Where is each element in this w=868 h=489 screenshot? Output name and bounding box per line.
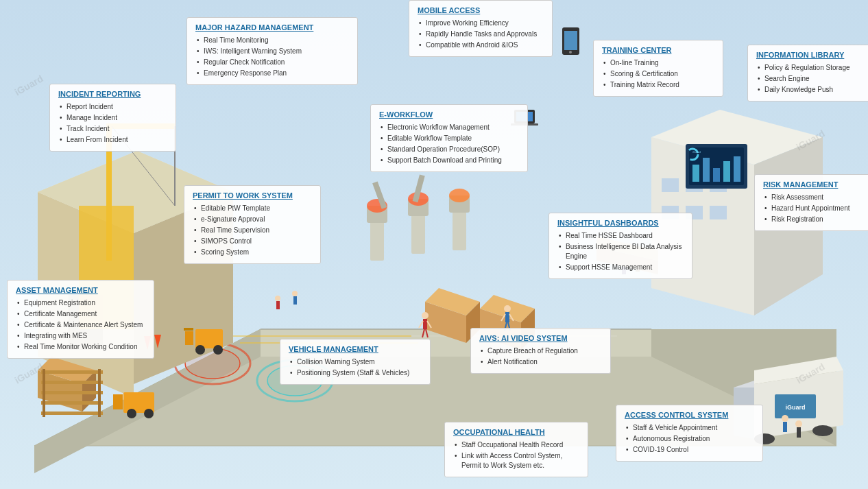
svg-rect-89 bbox=[41, 412, 103, 415]
svg-point-65 bbox=[504, 305, 511, 312]
svg-rect-116 bbox=[511, 123, 538, 126]
svg-rect-78 bbox=[783, 422, 787, 432]
svg-point-81 bbox=[275, 296, 280, 301]
svg-rect-66 bbox=[505, 312, 509, 322]
svg-rect-102 bbox=[734, 156, 740, 182]
svg-text:iGuard: iGuard bbox=[692, 150, 701, 154]
svg-point-64 bbox=[449, 189, 470, 202]
svg-point-44 bbox=[213, 345, 223, 355]
svg-rect-88 bbox=[41, 401, 103, 405]
svg-rect-98 bbox=[692, 165, 699, 182]
svg-point-77 bbox=[782, 415, 788, 422]
background: iGuard bbox=[0, 0, 868, 489]
svg-rect-115 bbox=[516, 112, 533, 121]
svg-rect-24 bbox=[662, 206, 679, 219]
svg-marker-29 bbox=[734, 387, 754, 439]
svg-rect-82 bbox=[276, 301, 280, 309]
svg-point-8 bbox=[267, 366, 322, 396]
svg-rect-62 bbox=[453, 209, 466, 250]
svg-rect-58 bbox=[411, 213, 425, 254]
svg-rect-86 bbox=[41, 381, 103, 384]
svg-point-43 bbox=[195, 345, 205, 355]
svg-point-31 bbox=[754, 433, 775, 444]
svg-rect-36 bbox=[106, 123, 175, 129]
svg-rect-90 bbox=[43, 369, 45, 417]
svg-rect-26 bbox=[710, 206, 727, 219]
svg-rect-84 bbox=[293, 296, 297, 305]
svg-rect-101 bbox=[723, 161, 730, 182]
svg-rect-112 bbox=[564, 31, 577, 50]
svg-point-95 bbox=[144, 409, 154, 418]
svg-point-113 bbox=[569, 51, 572, 53]
svg-rect-100 bbox=[713, 168, 720, 182]
svg-rect-87 bbox=[41, 391, 103, 394]
svg-rect-91 bbox=[98, 369, 101, 417]
svg-point-94 bbox=[127, 409, 136, 418]
svg-rect-99 bbox=[703, 158, 710, 182]
svg-point-71 bbox=[422, 312, 429, 319]
svg-point-32 bbox=[812, 425, 833, 436]
svg-text:iGuard: iGuard bbox=[785, 404, 805, 411]
svg-rect-42 bbox=[184, 328, 193, 331]
svg-rect-25 bbox=[686, 206, 703, 219]
svg-rect-85 bbox=[41, 370, 103, 374]
svg-rect-93 bbox=[113, 394, 123, 409]
svg-rect-21 bbox=[662, 178, 679, 192]
svg-point-79 bbox=[795, 420, 802, 427]
svg-point-83 bbox=[292, 291, 298, 296]
svg-rect-41 bbox=[185, 331, 193, 345]
svg-rect-39 bbox=[79, 206, 134, 329]
svg-rect-72 bbox=[423, 319, 427, 329]
svg-rect-54 bbox=[370, 219, 384, 261]
svg-rect-80 bbox=[797, 427, 801, 438]
